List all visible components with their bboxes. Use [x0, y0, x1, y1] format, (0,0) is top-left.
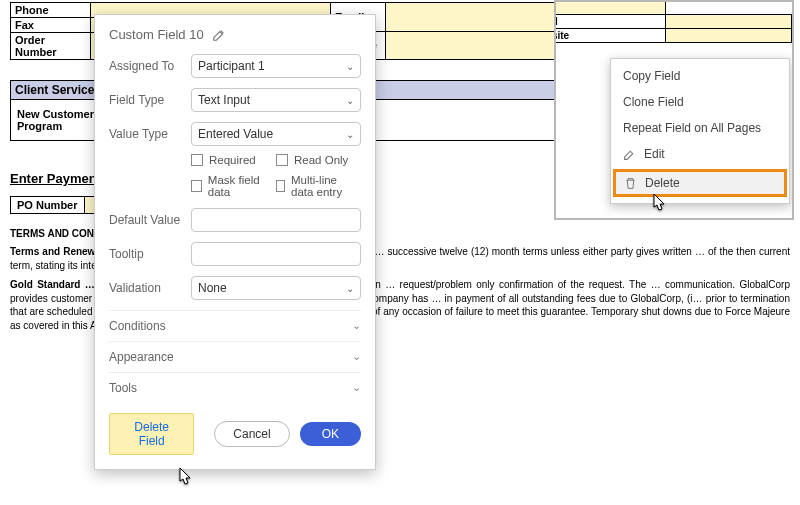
- ok-button[interactable]: OK: [300, 422, 361, 446]
- phone-label: Phone: [11, 3, 91, 18]
- tools-label: Tools: [109, 381, 137, 395]
- chevron-down-icon: ⌄: [346, 95, 354, 106]
- validation-label: Validation: [109, 281, 191, 295]
- conditions-accordion[interactable]: Conditions⌄: [109, 310, 361, 341]
- inset-email-field[interactable]: [666, 15, 792, 29]
- repeat-field-item[interactable]: Repeat Field on All Pages: [611, 115, 789, 141]
- read-only-checkbox[interactable]: Read Only: [276, 154, 361, 166]
- tooltip-label: Tooltip: [109, 247, 191, 261]
- appearance-accordion[interactable]: Appearance⌄: [109, 341, 361, 372]
- field-type-select[interactable]: Text Input⌄: [191, 88, 361, 112]
- default-value-label: Default Value: [109, 213, 191, 227]
- chevron-down-icon: ⌄: [352, 350, 361, 364]
- dialog-title: Custom Field 10: [109, 27, 204, 42]
- inset-form-table: Email Website: [554, 0, 792, 43]
- multiline-checkbox[interactable]: Multi-line data entry: [276, 174, 361, 198]
- read-only-label: Read Only: [294, 154, 348, 166]
- mask-field-label: Mask field data: [208, 174, 276, 198]
- value-type-label: Value Type: [109, 127, 191, 141]
- clone-field-item[interactable]: Clone Field: [611, 89, 789, 115]
- terms-para-1-lead: Terms and Renewal.: [10, 246, 107, 257]
- pencil-icon[interactable]: [212, 28, 226, 42]
- field-properties-dialog: Custom Field 10 Assigned To Participant …: [94, 14, 376, 470]
- field-type-label: Field Type: [109, 93, 191, 107]
- tools-accordion[interactable]: Tools⌄: [109, 372, 361, 403]
- terms-para-2-lead: Gold Standard …: [10, 279, 95, 290]
- field-type-value: Text Input: [198, 93, 250, 107]
- clone-field-label: Clone Field: [623, 95, 684, 109]
- inset-website-field[interactable]: [666, 29, 792, 43]
- options-grid: Required Read Only Mask field data Multi…: [109, 154, 361, 198]
- inset-email-label: Email: [554, 15, 666, 29]
- field-context-menu: Copy Field Clone Field Repeat Field on A…: [610, 58, 790, 204]
- assigned-to-select[interactable]: Participant 1⌄: [191, 54, 361, 78]
- validation-select[interactable]: None⌄: [191, 276, 361, 300]
- chevron-down-icon: ⌄: [352, 381, 361, 395]
- assigned-to-value: Participant 1: [198, 59, 265, 73]
- order-number-label: Order Number: [11, 33, 91, 60]
- multiline-label: Multi-line data entry: [291, 174, 361, 198]
- copy-field-label: Copy Field: [623, 69, 680, 83]
- delete-field-item[interactable]: Delete: [613, 169, 787, 197]
- repeat-field-label: Repeat Field on All Pages: [623, 121, 761, 135]
- mask-field-checkbox[interactable]: Mask field data: [191, 174, 276, 198]
- assigned-to-label: Assigned To: [109, 59, 191, 73]
- chevron-down-icon: ⌄: [346, 283, 354, 294]
- delete-field-button[interactable]: Delete Field: [109, 413, 194, 455]
- edit-field-item[interactable]: Edit: [611, 141, 789, 167]
- cancel-button[interactable]: Cancel: [214, 421, 289, 447]
- default-value-input[interactable]: [191, 208, 361, 232]
- value-type-value: Entered Value: [198, 127, 273, 141]
- delete-field-label: Delete: [645, 176, 680, 190]
- validation-value: None: [198, 281, 227, 295]
- chevron-down-icon: ⌄: [346, 129, 354, 140]
- po-number-label: PO Number: [10, 196, 85, 214]
- tooltip-input[interactable]: [191, 242, 361, 266]
- required-label: Required: [209, 154, 256, 166]
- required-checkbox[interactable]: Required: [191, 154, 276, 166]
- pencil-icon: [623, 148, 636, 161]
- trash-icon: [624, 177, 637, 190]
- copy-field-item[interactable]: Copy Field: [611, 63, 789, 89]
- inset-website-label: Website: [554, 29, 666, 43]
- email-field[interactable]: [386, 3, 566, 32]
- chevron-down-icon: ⌄: [346, 61, 354, 72]
- fax-label: Fax: [11, 18, 91, 33]
- conditions-label: Conditions: [109, 319, 166, 333]
- chevron-down-icon: ⌄: [352, 319, 361, 333]
- website-field[interactable]: [386, 31, 566, 60]
- edit-field-label: Edit: [644, 147, 665, 161]
- context-menu-inset: Email Website Copy Field Clone Field Rep…: [554, 0, 794, 220]
- appearance-label: Appearance: [109, 350, 174, 364]
- value-type-select[interactable]: Entered Value⌄: [191, 122, 361, 146]
